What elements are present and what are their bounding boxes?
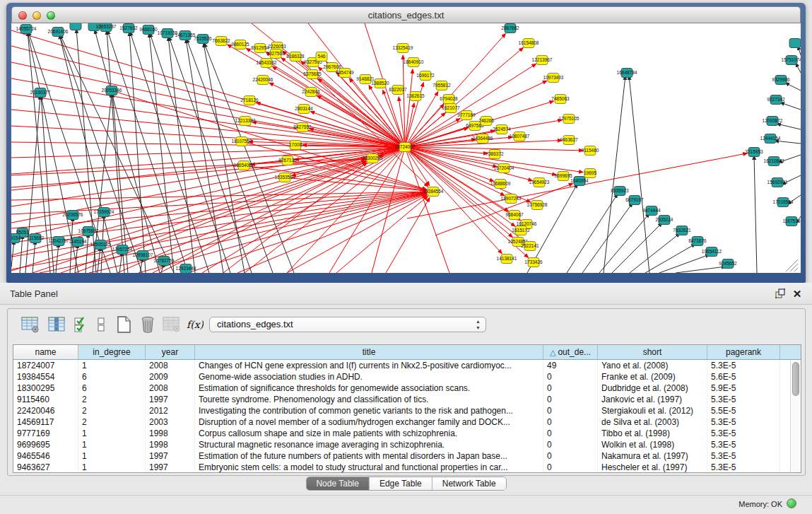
graph-node[interactable]: 14055724 xyxy=(16,25,37,34)
table-row[interactable]: 1830029562008Estimation of significance … xyxy=(13,382,801,394)
graph-node[interactable]: 9115460 xyxy=(582,146,599,156)
graph-node[interactable]: 12923448 xyxy=(176,264,196,274)
network-graph[interactable]: 1405572420691406106532871527602946616010… xyxy=(11,23,801,273)
graph-node[interactable]: 8322037 xyxy=(389,86,407,95)
graph-node[interactable]: 10807487 xyxy=(510,132,530,141)
graph-node[interactable]: 12213383 xyxy=(235,117,256,126)
graph-node[interactable]: 9329966 xyxy=(772,76,790,85)
table-row[interactable]: 946362711997Embryonic stem cells: a mode… xyxy=(13,462,801,473)
vertical-scrollbar[interactable] xyxy=(790,360,801,473)
graph-node[interactable]: 7515526 xyxy=(194,35,212,44)
graph-node[interactable]: 6679197 xyxy=(625,196,644,205)
graph-node[interactable]: 20053346 xyxy=(102,86,122,95)
float-panel-icon[interactable] xyxy=(774,288,787,300)
graph-node[interactable]: 13325419 xyxy=(393,44,413,53)
graph-node[interactable]: 18640910 xyxy=(404,58,424,67)
memory-ok-icon[interactable] xyxy=(787,498,796,508)
graph-node[interactable]: 3215953 xyxy=(745,148,763,157)
graph-node[interactable]: 14138141 xyxy=(497,255,517,264)
zoom-window-button[interactable] xyxy=(47,11,55,20)
graph-node[interactable]: 12444154 xyxy=(760,134,781,144)
table-row[interactable]: 911546021997Tourette syndrome. Phenomeno… xyxy=(13,394,801,405)
table-row[interactable]: 977716911998Corpus callosum shape and si… xyxy=(13,428,801,439)
graph-node[interactable]: 9699695 xyxy=(554,172,572,181)
graph-node[interactable]: 9463627 xyxy=(560,136,578,145)
graph-node[interactable]: 12213967 xyxy=(532,56,553,65)
graph-node[interactable]: 20160377 xyxy=(30,88,51,98)
graph-node[interactable]: 1362615 xyxy=(406,92,425,101)
graph-node[interactable]: 7955812 xyxy=(433,81,451,90)
graph-node[interactable]: 10654112 xyxy=(702,247,722,257)
delete-entries-icon[interactable] xyxy=(138,315,158,334)
delete-table-icon[interactable] xyxy=(162,315,182,334)
graph-node[interactable]: 18543382 xyxy=(257,59,277,68)
graph-node[interactable]: 2522141 xyxy=(521,242,539,251)
close-panel-icon[interactable]: ✕ xyxy=(791,288,804,300)
column-header-short[interactable]: short xyxy=(598,345,707,359)
graph-node[interactable]: 3624574 xyxy=(493,125,511,134)
graph-node[interactable]: 17016504 xyxy=(773,198,794,207)
graph-node[interactable]: 1696172 xyxy=(416,71,435,81)
graph-node[interactable]: 7386372 xyxy=(486,150,504,159)
graph-node[interactable]: 10688609 xyxy=(490,180,511,189)
graph-node[interactable]: 20206576 xyxy=(63,211,83,220)
graph-node[interactable]: 8935923 xyxy=(611,187,629,196)
graph-node[interactable]: 1115682 xyxy=(27,234,45,243)
graph-node[interactable]: 9684067 xyxy=(505,211,524,220)
tab-edge-table[interactable]: Edge Table xyxy=(370,477,433,490)
graph-node[interactable]: 2935114 xyxy=(656,216,673,225)
graph-node[interactable]: 7485063 xyxy=(551,95,570,104)
graph-node[interactable]: 746266 xyxy=(478,117,494,126)
graph-node[interactable]: 2887682 xyxy=(501,24,519,33)
graph-node[interactable]: 9860125 xyxy=(231,40,249,49)
graph-node[interactable]: 8454749 xyxy=(336,69,354,78)
graph-node[interactable]: 8186328 xyxy=(286,52,305,62)
graph-node[interactable]: 19695 xyxy=(584,169,596,178)
deselect-all-icon[interactable] xyxy=(91,315,111,334)
graph-node[interactable] xyxy=(70,23,81,30)
table-settings-icon[interactable] xyxy=(20,315,40,334)
graph-node[interactable]: 546 xyxy=(316,52,327,62)
graph-node[interactable]: 20691406 xyxy=(48,28,69,37)
column-header-pagerank[interactable]: pagerank xyxy=(707,345,780,359)
graph-node[interactable]: 1388520 xyxy=(371,79,389,88)
graph-node[interactable]: 15692931 xyxy=(767,178,788,187)
select-all-icon[interactable] xyxy=(71,315,91,334)
graph-node[interactable]: 39154 xyxy=(11,234,20,243)
close-window-button[interactable] xyxy=(18,11,27,20)
graph-node[interactable]: 19654923 xyxy=(529,178,550,187)
graph-node[interactable]: 14671365 xyxy=(175,31,196,40)
graph-node[interactable]: 12975105 xyxy=(559,115,579,124)
graph-node[interactable]: 1327508 xyxy=(266,49,285,59)
new-table-icon[interactable] xyxy=(114,315,134,334)
table-row[interactable]: 969969511998Structural magnetic resonanc… xyxy=(13,439,801,450)
graph-node[interactable]: 1167533 xyxy=(783,217,801,226)
graph-node[interactable]: 18300295 xyxy=(363,154,383,163)
graph-node[interactable]: 1527602 xyxy=(119,24,138,33)
graph-node[interactable]: 12353594 xyxy=(275,173,295,182)
graph-node[interactable]: 15751074 xyxy=(782,56,801,65)
graph-node[interactable]: 24364486 xyxy=(473,134,493,144)
graph-node[interactable]: 6794028 xyxy=(440,95,458,104)
graph-node[interactable]: 16648784 xyxy=(617,69,637,78)
graph-node[interactable]: 16154808 xyxy=(519,39,539,48)
show-columns-icon[interactable] xyxy=(47,315,67,334)
graph-node[interactable]: 9777169 xyxy=(457,111,476,120)
column-header-in_degree[interactable]: in_degree xyxy=(78,345,146,359)
scrollbar-thumb[interactable] xyxy=(792,362,799,396)
graph-node[interactable]: 9227342 xyxy=(767,95,785,105)
column-header-name[interactable]: name xyxy=(13,345,78,359)
table-row[interactable]: 1938455462009Genome-wide association stu… xyxy=(13,371,801,382)
column-header-out_de[interactable]: △out_de... xyxy=(543,345,598,359)
graph-node[interactable]: 1733426 xyxy=(524,258,543,267)
table-row[interactable]: 946554611997Estimation of the future num… xyxy=(13,450,801,462)
graph-node[interactable]: 17008 xyxy=(289,141,302,150)
column-header-year[interactable]: year xyxy=(146,345,195,359)
graph-node[interactable]: 2803144 xyxy=(295,105,313,114)
graph-node[interactable]: 7632621 xyxy=(673,226,691,235)
graph-node[interactable]: 18907243 xyxy=(501,194,522,204)
minimize-window-button[interactable] xyxy=(33,11,41,20)
graph-node[interactable]: 2242848 xyxy=(302,88,320,97)
tab-node-table[interactable]: Node Table xyxy=(306,477,370,490)
graph-node[interactable] xyxy=(789,39,801,48)
